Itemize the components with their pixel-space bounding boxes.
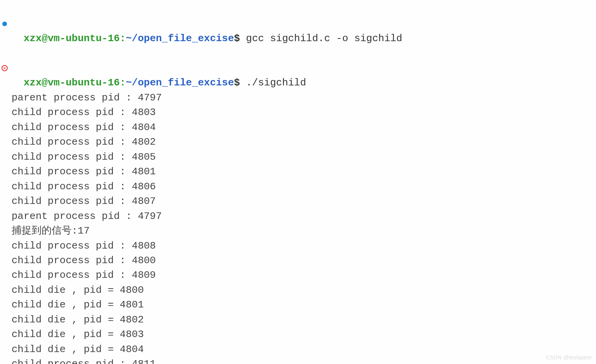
command-text: gcc sigchild.c -o sigchild (246, 33, 403, 44)
terminal-output-line: child die , pid = 4801 (0, 297, 596, 312)
prompt-colon: : (120, 33, 126, 44)
terminal-output-line: 捕捉到的信号:17 (0, 224, 596, 238)
terminal-output-line: child process pid : 4805 (0, 150, 596, 164)
terminal-output-line: child process pid : 4804 (0, 120, 596, 135)
terminal-output-line: child process pid : 4807 (0, 194, 596, 209)
error-circle-icon: ✕ (1, 64, 8, 72)
command-text: ./sigchild (246, 77, 306, 88)
terminal-output-line: child process pid : 4803 (0, 105, 596, 120)
prompt-user-host: xzx@vm-ubuntu-16 (24, 77, 120, 88)
prompt-cwd: ~/open_file_excise (126, 33, 234, 44)
terminal-output-line: child process pid : 4802 (0, 135, 596, 149)
terminal-output-line: parent process pid : 4797 (0, 209, 596, 224)
prompt-cwd: ~/open_file_excise (126, 77, 234, 88)
terminal-line-prompt-2: ✕ xzx@vm-ubuntu-16:~/open_file_excise$ .… (0, 46, 596, 90)
terminal-output-line: child die , pid = 4802 (0, 312, 596, 327)
watermark-text: CSDN @teslapeer (546, 354, 592, 362)
terminal-output-line: child process pid : 4809 (0, 268, 596, 282)
terminal-output-line: parent process pid : 4797 (0, 90, 596, 105)
prompt-user-host: xzx@vm-ubuntu-16 (24, 33, 120, 44)
terminal-output-line: child process pid : 4806 (0, 179, 596, 194)
terminal-line-prompt-1: xzx@vm-ubuntu-16:~/open_file_excise$ gcc… (0, 2, 596, 46)
prompt-colon: : (120, 77, 126, 88)
prompt-dollar: $ (234, 77, 240, 88)
terminal-output-line: child process pid : 4811 (0, 357, 596, 364)
terminal-output-line: child process pid : 4808 (0, 239, 596, 253)
terminal-output-line: child die , pid = 4803 (0, 327, 596, 342)
terminal-output-line: child die , pid = 4800 (0, 283, 596, 297)
terminal-output-line: child die , pid = 4804 (0, 342, 596, 357)
bullet-blue-icon (1, 20, 8, 28)
prompt-dollar: $ (234, 33, 240, 44)
terminal-output-line: child process pid : 4800 (0, 253, 596, 268)
terminal-output-line: child process pid : 4801 (0, 164, 596, 179)
